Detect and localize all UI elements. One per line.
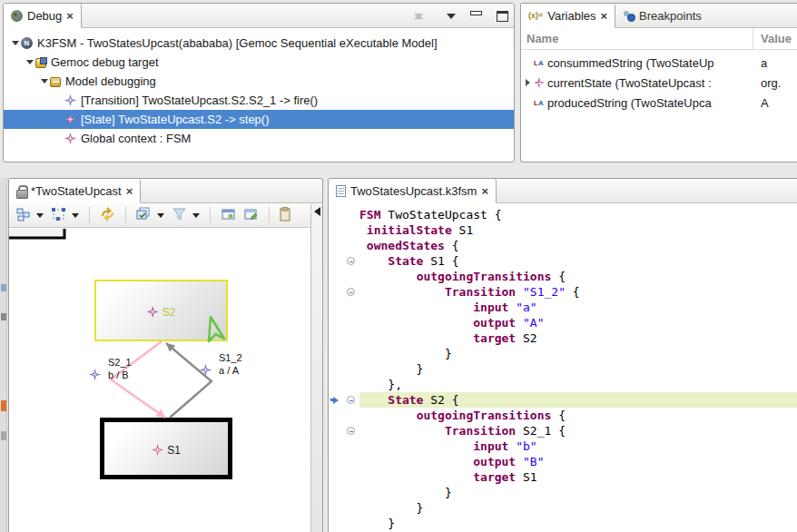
select-mode-icon[interactable] bbox=[51, 207, 66, 224]
code-line[interactable]: Transition S2_1 { bbox=[329, 423, 797, 438]
debug-tree-row[interactable]: [Transition] TwoStateUpcast.S2.S2_1 -> f… bbox=[4, 91, 514, 110]
view-menu-icon[interactable] bbox=[447, 14, 456, 19]
code-text: initialState S1 bbox=[359, 222, 797, 238]
expand-arrow-icon[interactable] bbox=[521, 79, 534, 86]
code-line[interactable]: } bbox=[329, 361, 797, 377]
string-variable-icon: LA bbox=[534, 99, 547, 107]
code-text: input "b" bbox=[359, 438, 797, 454]
arrange-all-icon[interactable] bbox=[16, 207, 31, 224]
minimized-view-icon[interactable] bbox=[1, 313, 6, 320]
code-line[interactable]: output "B" bbox=[329, 454, 797, 469]
fold-collapse-icon[interactable] bbox=[342, 284, 359, 300]
close-icon[interactable]: × bbox=[126, 184, 133, 198]
breakpoints-icon bbox=[623, 10, 635, 21]
annotation-ruler bbox=[329, 222, 342, 238]
fold-collapse-icon[interactable] bbox=[342, 392, 359, 408]
transition-icon bbox=[89, 369, 101, 380]
tab-k3fsm-file[interactable]: TwoStatesUpcast.k3fsm × bbox=[329, 179, 497, 203]
fast-view-trim[interactable] bbox=[0, 178, 7, 532]
variable-row[interactable]: currentState (TwoStateUpcast :org. bbox=[521, 73, 797, 93]
minimized-view-icon[interactable] bbox=[1, 400, 6, 411]
fold-ruler bbox=[342, 315, 359, 330]
fold-collapse-icon[interactable] bbox=[342, 253, 359, 269]
close-icon[interactable]: × bbox=[601, 9, 608, 23]
chevron-down-icon[interactable] bbox=[36, 213, 44, 218]
toolbar-separator bbox=[269, 207, 270, 223]
column-value[interactable]: Value bbox=[753, 32, 792, 45]
fold-collapse-icon[interactable] bbox=[342, 423, 359, 438]
variables-header: Name Value bbox=[521, 28, 797, 50]
remove-terminated-icon[interactable]: ×× bbox=[414, 9, 432, 24]
code-line[interactable]: } bbox=[329, 500, 797, 516]
annotation-ruler bbox=[329, 238, 342, 253]
transition-label-s2-1[interactable]: S2_1 b / B bbox=[89, 356, 132, 381]
chevron-down-icon[interactable] bbox=[192, 213, 200, 218]
transition-name: S1_2 bbox=[219, 351, 242, 364]
show-properties-icon[interactable] bbox=[221, 207, 236, 224]
expand-arrow-icon[interactable] bbox=[38, 79, 50, 84]
diagram-tab-label: *TwoStateUpcast bbox=[31, 184, 122, 198]
fold-ruler bbox=[342, 269, 359, 284]
code-line[interactable]: input "b" bbox=[329, 438, 797, 454]
code-line[interactable]: target S2 bbox=[329, 330, 797, 346]
debug-tree-row[interactable]: Gemoc debug target bbox=[4, 53, 514, 72]
debug-tree-row[interactable]: Global context : FSM bbox=[4, 129, 514, 148]
transition-label-s1-2[interactable]: S1_2 a / A bbox=[200, 351, 242, 377]
debug-tree-row[interactable]: [State] TwoStateUpcast.S2 -> step() bbox=[4, 110, 514, 129]
chevron-down-icon[interactable] bbox=[72, 213, 79, 218]
variables-tabbar: (x)= Variables × Breakpoints bbox=[521, 4, 797, 28]
layers-icon[interactable] bbox=[136, 207, 152, 224]
debug-tree-row[interactable]: NK3FSM - TwoStatesUpcast(abababa) [Gemoc… bbox=[4, 34, 514, 53]
code-line[interactable]: outgoingTransitions { bbox=[329, 408, 797, 423]
string-variable-icon: LA bbox=[534, 59, 547, 67]
code-line[interactable]: Transition "S1_2" { bbox=[329, 284, 797, 300]
fold-ruler bbox=[342, 207, 359, 222]
state-icon bbox=[152, 444, 163, 456]
variable-row[interactable]: LAproducedString (TwoStateUpcaA bbox=[521, 93, 797, 113]
expand-arrow-icon[interactable] bbox=[9, 41, 21, 45]
code-area[interactable]: FSM TwoStateUpcast { initialState S1 own… bbox=[329, 204, 797, 532]
minimize-icon[interactable] bbox=[470, 11, 482, 15]
code-line[interactable]: output "A" bbox=[329, 315, 797, 330]
palette-expand-icon[interactable] bbox=[314, 207, 320, 216]
column-name[interactable]: Name bbox=[521, 28, 753, 49]
code-line[interactable]: FSM TwoStateUpcast { bbox=[329, 207, 797, 222]
editor-tab-label: TwoStatesUpcast.k3fsm bbox=[350, 184, 477, 198]
refresh-icon[interactable] bbox=[100, 207, 115, 224]
variable-row[interactable]: LAconsummedString (TwoStateUpa bbox=[521, 53, 797, 73]
filter-icon[interactable] bbox=[172, 207, 187, 224]
tab-variables[interactable]: (x)= Variables × bbox=[521, 4, 615, 28]
chevron-down-icon[interactable] bbox=[157, 213, 164, 218]
code-editor: TwoStatesUpcast.k3fsm × FSM TwoStateUpca… bbox=[328, 178, 797, 532]
code-line[interactable]: } bbox=[329, 516, 797, 531]
minimized-view-icon[interactable] bbox=[1, 284, 6, 291]
maximize-icon[interactable] bbox=[497, 11, 508, 22]
code-text: outgoingTransitions { bbox=[359, 269, 797, 284]
code-line[interactable]: State S1 { bbox=[329, 253, 797, 269]
code-line[interactable]: } bbox=[329, 485, 797, 500]
tab-debug[interactable]: Debug × bbox=[4, 4, 82, 28]
code-line[interactable]: } bbox=[329, 346, 797, 361]
code-line[interactable]: }, bbox=[329, 377, 797, 392]
code-line[interactable]: input "a" bbox=[329, 300, 797, 315]
close-icon[interactable]: × bbox=[66, 9, 74, 23]
minimized-view-icon[interactable] bbox=[1, 431, 6, 440]
tab-diagram[interactable]: *TwoStateUpcast × bbox=[9, 179, 141, 203]
debug-tree-label: K3FSM - TwoStatesUpcast(abababa) [Gemoc … bbox=[37, 36, 438, 50]
paste-icon[interactable] bbox=[280, 207, 290, 224]
state-node-s2[interactable]: S2 bbox=[94, 280, 228, 341]
diagram-canvas[interactable]: S2 S1 S2_1 b / B bbox=[9, 229, 310, 532]
debug-tree-row[interactable]: Model debugging bbox=[4, 72, 514, 91]
edit-mode-icon[interactable] bbox=[243, 207, 259, 224]
state-node-s1[interactable]: S1 bbox=[100, 418, 232, 479]
close-icon[interactable]: × bbox=[481, 184, 488, 198]
code-text: }, bbox=[359, 377, 797, 392]
tab-breakpoints[interactable]: Breakpoints bbox=[615, 4, 709, 27]
expand-arrow-icon[interactable] bbox=[24, 60, 35, 64]
code-line-current[interactable]: State S2 { bbox=[329, 392, 797, 408]
code-text: input "a" bbox=[359, 300, 797, 315]
code-line[interactable]: outgoingTransitions { bbox=[329, 269, 797, 284]
code-line[interactable]: target S1 bbox=[329, 469, 797, 485]
code-line[interactable]: ownedStates { bbox=[329, 238, 797, 253]
code-line[interactable]: initialState S1 bbox=[329, 222, 797, 238]
